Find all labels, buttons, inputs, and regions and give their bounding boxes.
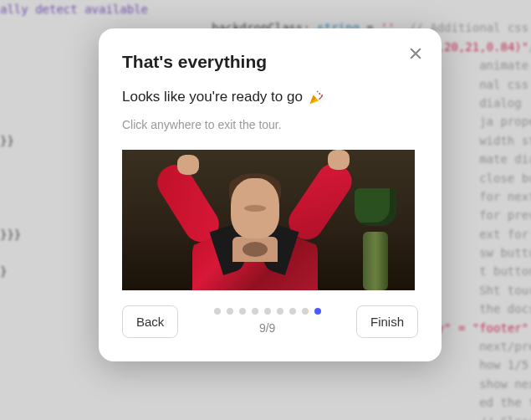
svg-point-2 bbox=[317, 90, 319, 92]
tour-dialog: That's everything Looks like you're read… bbox=[99, 28, 442, 361]
step-dot[interactable] bbox=[302, 308, 309, 315]
close-icon bbox=[410, 46, 421, 64]
dialog-subtitle: Looks like you're ready to go bbox=[122, 89, 418, 106]
dialog-footer: Back 9/9 Finish bbox=[122, 305, 418, 338]
back-button[interactable]: Back bbox=[122, 305, 178, 338]
dialog-title: That's everything bbox=[122, 52, 418, 72]
close-button[interactable] bbox=[406, 45, 425, 64]
party-popper-icon bbox=[308, 89, 324, 106]
step-counter: 9/9 bbox=[259, 321, 275, 335]
step-dots bbox=[214, 308, 321, 315]
step-dot[interactable] bbox=[227, 308, 233, 315]
step-dot[interactable] bbox=[277, 308, 283, 315]
finish-button[interactable]: Finish bbox=[356, 305, 418, 338]
dialog-subtitle-text: Looks like you're ready to go bbox=[122, 89, 303, 105]
step-dot[interactable] bbox=[214, 308, 221, 315]
dialog-media bbox=[122, 150, 415, 290]
dialog-hint: Click anywhere to exit the tour. bbox=[122, 118, 418, 131]
step-dot[interactable] bbox=[264, 308, 271, 315]
step-dot[interactable] bbox=[239, 308, 246, 315]
step-dot[interactable] bbox=[289, 308, 296, 315]
svg-point-0 bbox=[319, 92, 320, 94]
step-dot[interactable] bbox=[252, 308, 258, 315]
step-pager: 9/9 bbox=[188, 308, 346, 335]
step-dot-active[interactable] bbox=[314, 308, 321, 315]
